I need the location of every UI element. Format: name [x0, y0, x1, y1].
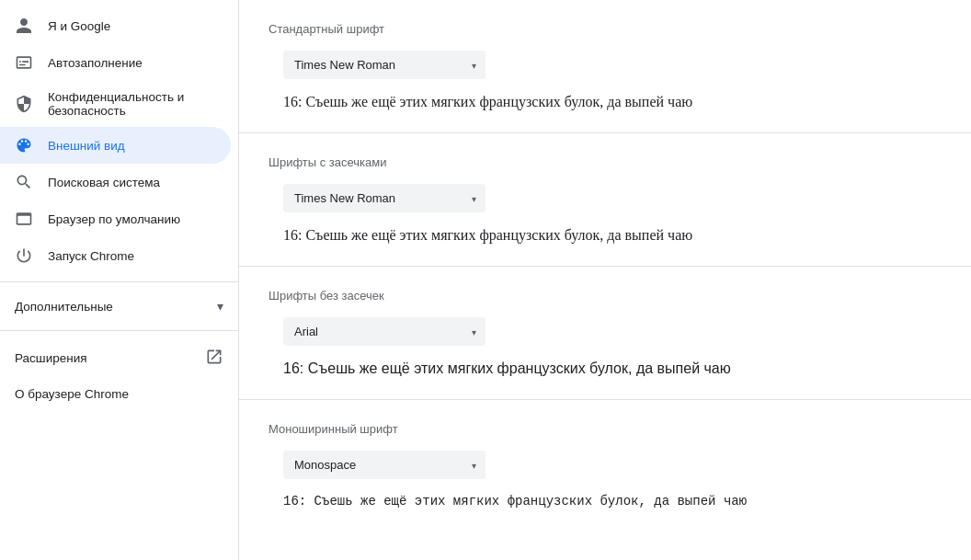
sidebar-item-avtozapolnenie[interactable]: Автозаполнение [0, 44, 231, 81]
sidebar-item-label-ya-i-google: Я и Google [48, 19, 110, 33]
sidebar-extensions-label: Расширения [15, 351, 87, 365]
external-link-icon [205, 348, 223, 369]
sidebar-item-extensions[interactable]: Расширения [0, 338, 238, 378]
font-select-container-sans-serif: Arial Helvetica Verdana ▾ [283, 317, 942, 346]
select-wrapper-sans-serif[interactable]: Arial Helvetica Verdana ▾ [283, 317, 486, 346]
search-icon [15, 173, 33, 191]
preview-text-sans-serif: 16: Съешь же ещё этих мягких французских… [283, 360, 942, 377]
sidebar-section-label: Дополнительные [15, 300, 202, 314]
sidebar-item-konfidentsialnost[interactable]: Конфиденциальность и безопасность [0, 81, 231, 127]
preview-text-standard: 16: Съешь же ещё этих мягких французских… [283, 94, 942, 110]
sidebar-item-brauzer[interactable]: Браузер по умолчанию [0, 200, 231, 237]
browser-icon [15, 210, 33, 228]
sidebar: Я и Google Автозаполнение Конфиденциальн… [0, 0, 239, 560]
sidebar-item-label-konfidentsialnost: Конфиденциальность и безопасность [48, 90, 216, 118]
person-icon [15, 17, 33, 35]
shield-icon [15, 95, 33, 113]
sidebar-divider-1 [0, 281, 238, 282]
sidebar-item-vneshniy-vid[interactable]: Внешний вид [0, 127, 231, 164]
font-select-container-serif: Times New Roman Georgia Palatino ▾ [283, 184, 942, 212]
sidebar-item-label-brauzer: Браузер по умолчанию [48, 212, 180, 226]
sidebar-item-label-poiskovaya-sistema: Поисковая система [48, 176, 160, 189]
sidebar-item-label-zapusk: Запуск Chrome [48, 249, 134, 263]
font-select-container-standard: Times New Roman Arial Monospace Courier … [283, 51, 942, 79]
sidebar-about-label: О браузере Chrome [15, 387, 129, 401]
font-select-serif[interactable]: Times New Roman Georgia Palatino [283, 184, 486, 212]
select-wrapper-standard[interactable]: Times New Roman Arial Monospace Courier … [283, 51, 486, 79]
autofill-icon [15, 53, 33, 72]
section-title-monospace: Моноширинный шрифт [268, 422, 942, 436]
sidebar-item-poiskovaya-sistema[interactable]: Поисковая система [0, 164, 231, 200]
main-content: Стандартный шрифт Times New Roman Arial … [239, 0, 971, 560]
font-section-monospace: Моноширинный шрифт Monospace Courier New… [239, 400, 971, 531]
chevron-down-icon: ▾ [217, 299, 223, 314]
font-select-sans-serif[interactable]: Arial Helvetica Verdana [283, 317, 486, 346]
sidebar-item-label-avtozapolnenie: Автозаполнение [48, 56, 143, 70]
font-select-monospace[interactable]: Monospace Courier New Consolas [283, 451, 486, 479]
power-icon [15, 246, 33, 265]
font-select-standard[interactable]: Times New Roman Arial Monospace Courier … [283, 51, 486, 79]
section-title-serif: Шрифты с засечками [268, 155, 942, 169]
sidebar-item-label-vneshniy-vid: Внешний вид [48, 139, 125, 153]
font-section-sans-serif: Шрифты без засечек Arial Helvetica Verda… [239, 267, 971, 400]
font-section-serif: Шрифты с засечками Times New Roman Georg… [239, 133, 971, 267]
select-wrapper-monospace[interactable]: Monospace Courier New Consolas ▾ [283, 451, 486, 479]
section-title-standard: Стандартный шрифт [268, 22, 942, 36]
sidebar-section-dopolnitelnye[interactable]: Дополнительные ▾ [0, 290, 238, 323]
select-wrapper-serif[interactable]: Times New Roman Georgia Palatino ▾ [283, 184, 486, 212]
sidebar-divider-2 [0, 330, 238, 331]
section-title-sans-serif: Шрифты без засечек [268, 289, 942, 303]
sidebar-item-zapusk[interactable]: Запуск Chrome [0, 237, 231, 274]
preview-text-serif: 16: Съешь же ещё этих мягких французских… [283, 227, 942, 244]
font-select-container-monospace: Monospace Courier New Consolas ▾ [283, 451, 942, 479]
font-section-standard: Стандартный шрифт Times New Roman Arial … [239, 0, 971, 133]
sidebar-item-ya-i-google[interactable]: Я и Google [0, 7, 231, 44]
palette-icon [15, 136, 33, 154]
sidebar-item-about[interactable]: О браузере Chrome [0, 378, 238, 410]
preview-text-monospace: 16: Съешь же ещё этих мягких французских… [283, 494, 942, 509]
